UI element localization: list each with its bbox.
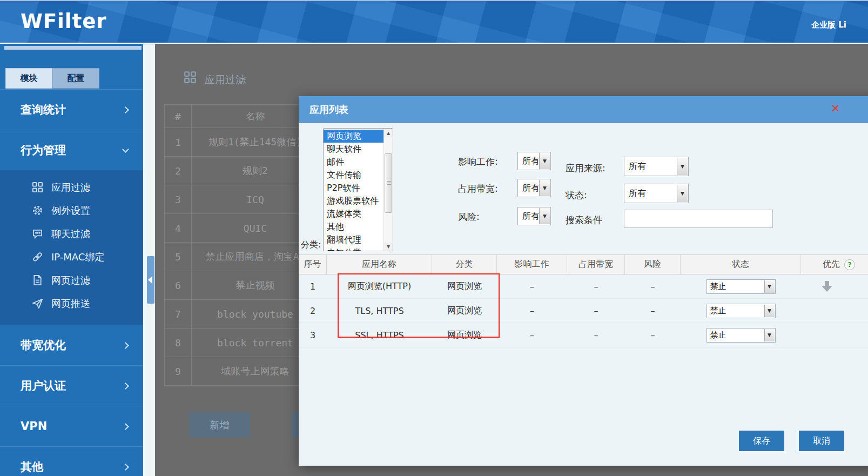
chevron-down-icon: ▼ bbox=[539, 208, 550, 224]
grid-icon bbox=[31, 181, 44, 193]
status-filter-label: 状态: bbox=[566, 189, 587, 202]
row-status-select[interactable]: 禁止 ▼ bbox=[706, 279, 776, 294]
risk-filter-select[interactable]: 所有 ▼ bbox=[517, 207, 551, 225]
col-category: 分类 bbox=[432, 255, 497, 274]
table-row: 2 TLS, HTTPS 网页浏览 – – – 禁止 ▼ bbox=[299, 299, 868, 323]
col-bandwidth: 占用带宽 bbox=[567, 255, 625, 274]
chevron-right-icon bbox=[122, 106, 129, 113]
status-filter-select[interactable]: 所有 ▼ bbox=[624, 184, 689, 203]
row-status-select[interactable]: 禁止 ▼ bbox=[706, 328, 776, 343]
sidebar-item-web-push[interactable]: 网页推送 bbox=[0, 292, 143, 315]
chevron-right-icon bbox=[122, 342, 129, 349]
col-app-name: 应用名称 bbox=[327, 255, 432, 274]
add-button: 新增 bbox=[189, 412, 250, 438]
impact-filter-select[interactable]: 所有 ▼ bbox=[517, 152, 551, 170]
link-icon bbox=[31, 251, 44, 263]
scroll-down-icon[interactable]: ▼ bbox=[384, 242, 393, 251]
chevron-right-icon bbox=[122, 383, 129, 390]
category-list: 网页浏览 聊天软件 邮件 文件传输 P2P软件 游戏股票软件 流媒体类 其他 翻… bbox=[324, 130, 384, 251]
chevron-down-icon: ▼ bbox=[677, 185, 688, 202]
sidebar-item-vpn[interactable]: VPN bbox=[0, 406, 143, 446]
app-filter-grid-icon bbox=[183, 70, 197, 86]
sidebar-collapse-strip bbox=[143, 44, 155, 476]
send-icon bbox=[31, 297, 44, 310]
background-page-title: 应用过滤 bbox=[205, 73, 246, 87]
chevron-down-icon: ▼ bbox=[764, 280, 775, 293]
impact-filter-label: 影响工作: bbox=[458, 156, 498, 168]
chevron-right-icon bbox=[122, 464, 129, 471]
sidebar-item-app-filter[interactable]: 应用过滤 bbox=[0, 176, 143, 199]
list-item[interactable]: 网页浏览 bbox=[324, 130, 384, 143]
tab-config[interactable]: 配置 bbox=[52, 68, 99, 89]
chevron-down-icon: ▼ bbox=[539, 153, 550, 169]
chevron-down-icon: ▼ bbox=[764, 329, 775, 341]
sidebar-item-behavior-mgmt[interactable]: 行为管理 bbox=[0, 130, 143, 170]
tab-module[interactable]: 模块 bbox=[5, 68, 52, 89]
search-input[interactable] bbox=[624, 210, 773, 228]
sidebar-accent-bar bbox=[4, 46, 142, 50]
sidebar: 模块 配置 查询统计 行为管理 应用过滤 bbox=[0, 44, 143, 476]
chevron-down-icon: ▼ bbox=[539, 180, 550, 196]
webpage-icon bbox=[31, 274, 44, 286]
app-logo: WFilter bbox=[21, 10, 106, 33]
row-status-select[interactable]: 禁止 ▼ bbox=[706, 304, 776, 318]
app-table-header: 序号 应用名称 分类 影响工作 占用带宽 风险 状态 优先 ? bbox=[299, 254, 868, 274]
chevron-down-icon bbox=[122, 146, 129, 153]
gear-icon bbox=[31, 204, 44, 217]
search-label: 搜索条件 bbox=[566, 214, 602, 226]
sidebar-item-chat-filter[interactable]: 聊天过滤 bbox=[0, 222, 143, 245]
bandwidth-filter-label: 占用带宽: bbox=[458, 183, 498, 195]
bandwidth-filter-select[interactable]: 所有 ▼ bbox=[517, 179, 551, 197]
list-item[interactable]: P2P软件 bbox=[324, 182, 384, 195]
behavior-submenu: 应用过滤 例外设置 聊天过滤 bbox=[0, 170, 143, 325]
list-item[interactable]: 文件传输 bbox=[324, 169, 384, 182]
priority-down-arrow-icon[interactable] bbox=[820, 280, 833, 292]
col-number: # bbox=[165, 105, 192, 128]
app-header: WFilter 企业版 Li bbox=[0, 0, 868, 44]
col-no: 序号 bbox=[299, 255, 327, 274]
chevron-down-icon: ▼ bbox=[677, 158, 688, 175]
sidebar-nav: 查询统计 行为管理 应用过滤 bbox=[0, 89, 143, 476]
dialog-header: 应用列表 ✕ bbox=[299, 96, 868, 123]
save-button[interactable]: 保存 bbox=[739, 431, 784, 451]
sidebar-item-other[interactable]: 其他 bbox=[0, 446, 143, 476]
listbox-scrollbar[interactable]: ▲ ▼ bbox=[383, 129, 393, 251]
source-filter-label: 应用来源: bbox=[566, 162, 605, 175]
app-table: 序号 应用名称 分类 影响工作 占用带宽 风险 状态 优先 ? 1 网页浏览(H… bbox=[299, 254, 868, 347]
list-item[interactable]: 未知分类 bbox=[324, 246, 384, 251]
table-row: 1 网页浏览(HTTP) 网页浏览 – – – 禁止 ▼ bbox=[299, 274, 868, 299]
dialog-title: 应用列表 bbox=[309, 103, 348, 116]
list-item[interactable]: 其他 bbox=[324, 220, 384, 233]
sidebar-item-bandwidth[interactable]: 带宽优化 bbox=[0, 325, 143, 365]
top-strip bbox=[0, 0, 868, 1]
screen: 应用过滤 # 名称 1规则1(禁止145微信) 2规则2 3ICQ 4QUIC … bbox=[0, 0, 868, 476]
chat-icon bbox=[31, 227, 44, 240]
risk-filter-label: 风险: bbox=[458, 211, 480, 223]
col-risk: 风险 bbox=[625, 255, 681, 274]
sidebar-item-user-auth[interactable]: 用户认证 bbox=[0, 365, 143, 406]
col-status: 状态 bbox=[681, 255, 801, 274]
chevron-right-icon bbox=[122, 423, 129, 430]
sidebar-item-web-filter[interactable]: 网页过滤 bbox=[0, 269, 143, 292]
list-item[interactable]: 邮件 bbox=[324, 156, 384, 169]
category-listbox[interactable]: 网页浏览 聊天软件 邮件 文件传输 P2P软件 游戏股票软件 流媒体类 其他 翻… bbox=[323, 128, 393, 251]
cancel-button[interactable]: 取消 bbox=[799, 431, 844, 451]
list-item[interactable]: 翻墙代理 bbox=[324, 233, 384, 246]
table-row: 3 SSL, HTTPS 网页浏览 – – – 禁止 ▼ bbox=[299, 323, 868, 347]
scroll-up-icon[interactable]: ▲ bbox=[384, 129, 393, 137]
list-item[interactable]: 聊天软件 bbox=[324, 143, 384, 156]
help-icon[interactable]: ? bbox=[844, 259, 855, 270]
sidebar-collapse-handle[interactable] bbox=[147, 256, 154, 304]
category-label: 分类: bbox=[301, 239, 321, 251]
list-item[interactable]: 游戏股票软件 bbox=[324, 195, 384, 207]
edition-label: 企业版 Li bbox=[811, 20, 846, 30]
list-item[interactable]: 流媒体类 bbox=[324, 207, 384, 220]
col-impact: 影响工作 bbox=[497, 255, 567, 274]
close-icon[interactable]: ✕ bbox=[831, 102, 840, 115]
sidebar-item-exceptions[interactable]: 例外设置 bbox=[0, 199, 143, 222]
source-filter-select[interactable]: 所有 ▼ bbox=[624, 157, 689, 176]
sidebar-item-ip-mac-binding[interactable]: IP-MAC绑定 bbox=[0, 245, 143, 269]
sidebar-item-query-stats[interactable]: 查询统计 bbox=[0, 89, 143, 130]
col-priority: 优先 ? bbox=[801, 255, 868, 274]
scrollbar-thumb[interactable] bbox=[385, 153, 392, 213]
